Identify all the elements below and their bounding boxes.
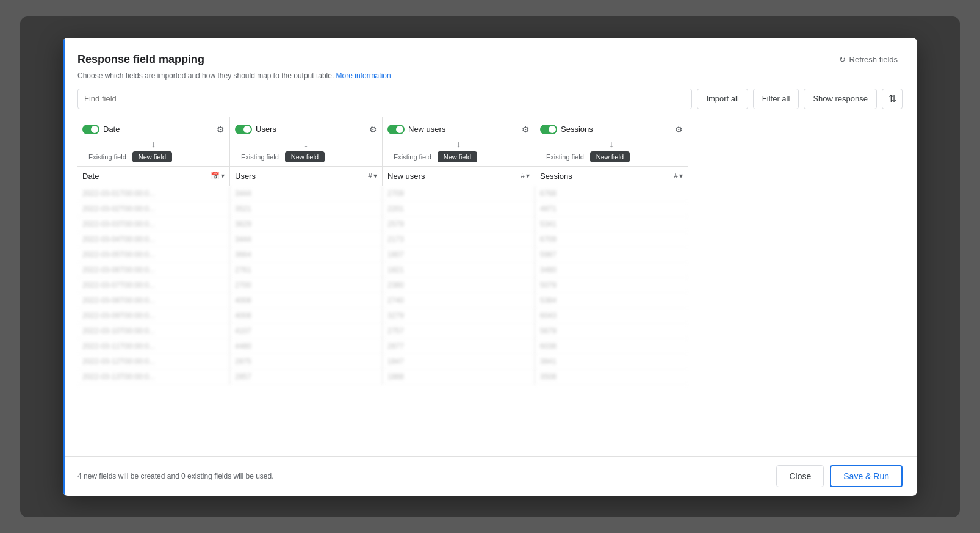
show-response-button[interactable]: Show response bbox=[804, 89, 877, 109]
date-type-icon: 📅 bbox=[211, 172, 220, 180]
table-cell: 2709 bbox=[383, 186, 535, 201]
table-cell: 3444 bbox=[230, 186, 383, 201]
table-cell: 2857 bbox=[230, 369, 383, 385]
footer-info: 4 new fields will be created and 0 exist… bbox=[77, 472, 274, 480]
date-field-name: Date bbox=[82, 172, 99, 181]
sessions-gear-icon[interactable]: ⚙ bbox=[675, 125, 683, 134]
sessions-type-icon: # bbox=[674, 172, 678, 180]
column-users: Users ⚙ ↓ Existing field New field Users bbox=[230, 117, 383, 186]
new-users-field-tabs: Existing field New field bbox=[387, 151, 530, 162]
table-cell: 2201 bbox=[383, 201, 535, 217]
close-button[interactable]: Close bbox=[776, 465, 824, 487]
new-users-field-row: New users # ▾ bbox=[383, 167, 535, 186]
table-row: 2022-03-10T00:00:0...410727575679 bbox=[77, 324, 903, 339]
date-field-tabs: Existing field New field bbox=[82, 151, 225, 162]
modal-title: Response field mapping bbox=[77, 53, 204, 66]
table-row: 2022-03-08T00:00:0...400827405384 bbox=[77, 293, 903, 308]
table-cell: 1888 bbox=[383, 369, 535, 385]
date-arrow-down: ↓ bbox=[82, 139, 225, 149]
table-cell: 2740 bbox=[383, 293, 535, 308]
sessions-arrow-down: ↓ bbox=[540, 139, 683, 149]
sort-icon-button[interactable]: ⇅ bbox=[882, 89, 903, 109]
table-cell: 4107 bbox=[230, 324, 383, 339]
table-cell: 2022-03-12T00:00:0... bbox=[77, 354, 230, 369]
table-cell: 2022-03-10T00:00:0... bbox=[77, 324, 230, 339]
sessions-field-type: # ▾ bbox=[674, 172, 683, 180]
table-cell: 3629 bbox=[230, 217, 383, 232]
users-toggle[interactable] bbox=[235, 125, 252, 134]
column-date: Date ⚙ ↓ Existing field New field Date bbox=[77, 117, 230, 186]
table-cell: 4480 bbox=[230, 339, 383, 354]
table-cell: 2022-03-04T00:00:0... bbox=[77, 232, 230, 247]
table-cell: 3841 bbox=[535, 354, 688, 369]
table-cell: 2173 bbox=[383, 232, 535, 247]
title-row: Response field mapping ↻ Refresh fields bbox=[77, 53, 903, 67]
table-cell: 2022-03-11T00:00:0... bbox=[77, 339, 230, 354]
date-existing-field-tab[interactable]: Existing field bbox=[82, 151, 132, 162]
sessions-field-tabs: Existing field New field bbox=[540, 151, 683, 162]
sessions-field-row: Sessions # ▾ bbox=[535, 167, 688, 186]
table-row: 2022-03-09T00:00:0...400832796043 bbox=[77, 308, 903, 324]
users-field-name: Users bbox=[235, 172, 256, 181]
column-new-users: New users ⚙ ↓ Existing field New field N… bbox=[383, 117, 535, 186]
new-users-new-field-tab[interactable]: New field bbox=[438, 151, 477, 162]
table-cell: 6038 bbox=[535, 339, 688, 354]
sessions-new-field-tab[interactable]: New field bbox=[590, 151, 630, 162]
table-cell: 2877 bbox=[383, 339, 535, 354]
table-row: 2022-03-03T00:00:0...362925795341 bbox=[77, 217, 903, 232]
modal-container: Response field mapping ↻ Refresh fields … bbox=[63, 38, 917, 496]
filter-all-button[interactable]: Filter all bbox=[753, 89, 799, 109]
table-cell: 3664 bbox=[230, 247, 383, 263]
data-rows-container: 2022-03-01T00:00:0...3444270967682022-03… bbox=[77, 186, 903, 385]
modal-header: Response field mapping ↻ Refresh fields … bbox=[63, 38, 917, 117]
table-cell: 2757 bbox=[383, 324, 535, 339]
find-field-input[interactable] bbox=[77, 89, 692, 109]
column-sessions: Sessions ⚙ ↓ Existing field New field Se… bbox=[535, 117, 688, 186]
column-new-users-header: New users ⚙ ↓ Existing field New field bbox=[383, 117, 535, 167]
column-sessions-name-group: Sessions bbox=[540, 125, 593, 134]
modal-footer: 4 new fields will be created and 0 exist… bbox=[63, 456, 917, 496]
new-users-existing-field-tab[interactable]: Existing field bbox=[387, 151, 438, 162]
date-field-row: Date 📅 ▾ bbox=[77, 167, 229, 186]
new-users-gear-icon[interactable]: ⚙ bbox=[522, 125, 530, 134]
date-toggle[interactable] bbox=[82, 125, 99, 134]
new-users-field-name: New users bbox=[387, 172, 425, 181]
users-gear-icon[interactable]: ⚙ bbox=[369, 125, 377, 134]
modal-accent bbox=[63, 38, 65, 496]
sessions-existing-field-tab[interactable]: Existing field bbox=[540, 151, 590, 162]
table-cell: 3279 bbox=[383, 308, 535, 324]
table-cell: 2022-03-03T00:00:0... bbox=[77, 217, 230, 232]
import-all-button[interactable]: Import all bbox=[697, 89, 748, 109]
users-field-tabs: Existing field New field bbox=[235, 151, 377, 162]
table-cell: 2761 bbox=[230, 263, 383, 278]
table-cell: 3508 bbox=[535, 369, 688, 385]
table-cell: 2022-03-13T00:00:0... bbox=[77, 369, 230, 385]
date-type-chevron: ▾ bbox=[221, 172, 225, 180]
more-info-link[interactable]: More information bbox=[336, 71, 391, 80]
column-date-title-row: Date ⚙ bbox=[82, 125, 225, 134]
column-date-name-group: Date bbox=[82, 125, 120, 134]
refresh-fields-button[interactable]: ↻ Refresh fields bbox=[834, 53, 903, 67]
save-run-button[interactable]: Save & Run bbox=[830, 465, 903, 487]
date-gear-icon[interactable]: ⚙ bbox=[217, 125, 225, 134]
users-new-field-tab[interactable]: New field bbox=[285, 151, 325, 162]
new-users-toggle[interactable] bbox=[387, 125, 405, 134]
users-arrow-down: ↓ bbox=[235, 139, 377, 149]
users-existing-field-tab[interactable]: Existing field bbox=[235, 151, 285, 162]
table-cell: 2700 bbox=[230, 278, 383, 293]
date-column-name: Date bbox=[103, 125, 120, 134]
table-cell: 2022-03-09T00:00:0... bbox=[77, 308, 230, 324]
users-field-row: Users # ▾ bbox=[230, 167, 382, 186]
table-cell: 2380 bbox=[383, 278, 535, 293]
column-new-users-title-row: New users ⚙ bbox=[387, 125, 530, 134]
sessions-column-name: Sessions bbox=[561, 125, 593, 134]
users-type-chevron: ▾ bbox=[373, 172, 377, 180]
sessions-toggle[interactable] bbox=[540, 125, 557, 134]
table-row: 2022-03-12T00:00:0...287518473841 bbox=[77, 354, 903, 369]
sessions-type-chevron: ▾ bbox=[679, 172, 683, 180]
date-new-field-tab[interactable]: New field bbox=[132, 151, 172, 162]
refresh-icon: ↻ bbox=[839, 55, 846, 64]
table-cell: 1847 bbox=[383, 354, 535, 369]
table-cell: 5679 bbox=[535, 324, 688, 339]
table-cell: 4008 bbox=[230, 293, 383, 308]
